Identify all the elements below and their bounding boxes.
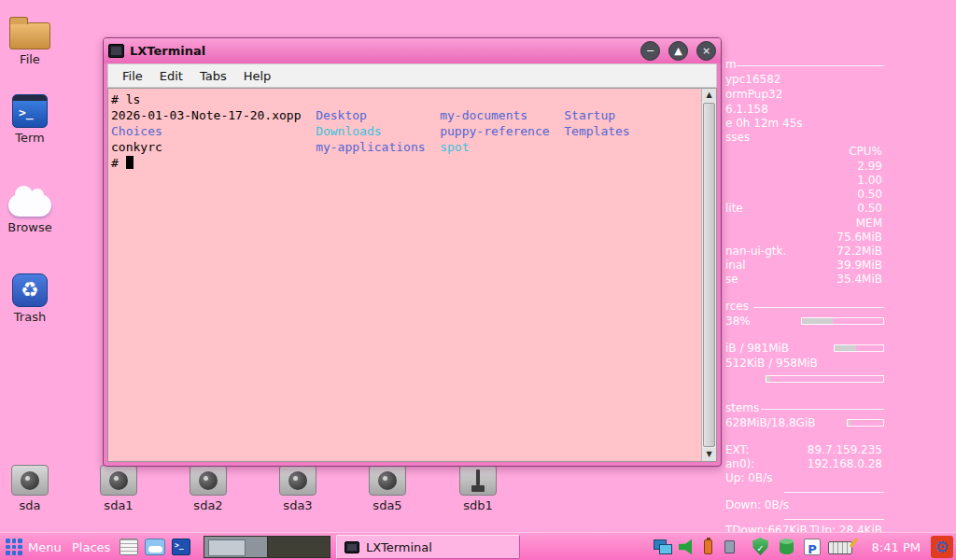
terminal-text: Startup xyxy=(564,107,615,123)
desktop-icon-browse[interactable]: Browse xyxy=(0,181,60,234)
conky-text: 512KiB / 958MiB xyxy=(725,357,818,370)
conky-text: EXT: xyxy=(725,443,750,456)
workspace-pager[interactable] xyxy=(204,536,330,558)
terminal-text: my-documents xyxy=(440,107,527,123)
conky-value: 1.00 xyxy=(857,174,882,187)
conky-bar xyxy=(847,419,884,427)
conky-text: lite xyxy=(725,202,743,215)
media-tray-icon[interactable] xyxy=(724,540,735,553)
maximize-button[interactable]: ▲ xyxy=(668,41,688,61)
conky-text: 38% xyxy=(725,315,751,328)
drive-label: sda1 xyxy=(89,498,148,512)
desktop-icon-label: File xyxy=(0,52,60,66)
keyboard-tray-icon[interactable] xyxy=(828,541,852,554)
menu-grid-icon[interactable] xyxy=(6,539,22,555)
drive-icon-sda[interactable]: sda xyxy=(0,465,60,512)
volume-tray-icon[interactable] xyxy=(679,539,696,555)
close-button[interactable]: × xyxy=(696,41,716,61)
usb-stick-tray-icon[interactable] xyxy=(704,539,712,554)
menu-edit[interactable]: Edit xyxy=(151,66,191,86)
conky-line: rces xyxy=(724,300,884,314)
settings-gear-icon[interactable]: ⚙ xyxy=(931,536,953,558)
conky-rule xyxy=(737,65,884,66)
drive-icon-sdb1[interactable]: sdb1 xyxy=(448,465,508,512)
conky-value: 35.4MiB xyxy=(836,273,882,286)
desktop-icon-trash[interactable]: ♻ Trash xyxy=(0,271,60,324)
conky-line: e 0h 12m 45s xyxy=(724,117,884,131)
terminal-menubar: FileEditTabsHelp xyxy=(107,63,717,88)
scrollbar-thumb[interactable] xyxy=(703,103,715,447)
window-titlebar[interactable]: LXTerminal −▲× xyxy=(104,38,721,63)
parcellite-glyph: P xyxy=(808,542,817,556)
conky-text: inal xyxy=(725,259,746,272)
desktop-icon-file[interactable]: File xyxy=(0,13,60,66)
conky-text: sses xyxy=(725,131,750,144)
drive-icon-sda3[interactable]: sda3 xyxy=(268,465,328,512)
workspace-1[interactable] xyxy=(204,537,267,557)
conky-text: Down: 0B/s xyxy=(725,498,789,511)
conky-value: MEM xyxy=(856,217,882,230)
scroll-up-icon[interactable]: ▲ xyxy=(702,89,716,102)
notes-launcher-icon[interactable] xyxy=(120,539,138,555)
terminal-line: # ls xyxy=(111,91,699,107)
terminal-text: spot xyxy=(440,139,469,155)
conky-line: 628MiB/18.8GiB xyxy=(724,416,884,430)
conky-line: 75.6MiB xyxy=(724,231,884,245)
conky-monitor: mypc16582ormPup326.1.158e 0h 12m 45ssses… xyxy=(724,54,884,532)
desktop-icon-term[interactable]: Term xyxy=(0,91,60,145)
scroll-down-icon[interactable]: ▼ xyxy=(702,448,716,461)
conky-line: iB / 981MiB xyxy=(724,342,884,356)
conky-value: 89.7.159.235 xyxy=(808,443,882,456)
conky-line: 6.1.158 xyxy=(724,103,884,117)
minimize-button[interactable]: − xyxy=(640,41,660,61)
desktop-icon-label: Browse xyxy=(0,220,60,234)
folder-icon xyxy=(9,22,50,49)
clock[interactable]: 8:41 PM xyxy=(872,540,921,554)
conky-line: EXT:89.7.159.235 xyxy=(724,443,884,457)
conky-rule xyxy=(753,307,884,308)
conky-line: sses xyxy=(724,131,884,145)
database-tray-icon[interactable] xyxy=(780,539,794,554)
terminal-launcher-icon[interactable] xyxy=(172,539,190,555)
conky-line: inal39.9MiB xyxy=(724,259,884,273)
menu-help[interactable]: Help xyxy=(235,66,280,86)
conky-bar xyxy=(801,317,884,325)
menu-file[interactable]: File xyxy=(114,66,151,86)
conky-line xyxy=(724,372,884,386)
terminal-content[interactable]: # ls2026-01-03-Note-17-20.xoppDesktopmy-… xyxy=(107,88,717,462)
recycle-icon: ♻ xyxy=(12,273,48,307)
shield-tray-icon[interactable] xyxy=(752,538,768,555)
disk-drive-icon xyxy=(190,465,227,496)
conky-line xyxy=(724,484,884,498)
drive-label: sda xyxy=(0,498,60,512)
conky-value: 192.168.0.28 xyxy=(808,457,882,470)
conky-value: 0.50 xyxy=(857,202,882,215)
conky-line: Up: 0B/s xyxy=(724,471,884,485)
browser-launcher-icon[interactable] xyxy=(145,539,165,555)
menu-button[interactable]: Menu xyxy=(28,540,62,554)
scrollbar[interactable]: ▲ ▼ xyxy=(701,89,716,461)
terminal-cursor xyxy=(126,156,134,169)
conky-line: an0):192.168.0.28 xyxy=(724,457,884,471)
drive-icon-sda1[interactable]: sda1 xyxy=(89,465,148,512)
drive-label: sda3 xyxy=(268,498,328,512)
drive-icons-row: sdasda1sda2sda3sda5sdb1 xyxy=(0,465,523,521)
parcellite-tray-icon[interactable]: P xyxy=(804,539,821,555)
conky-line: ormPup32 xyxy=(724,88,884,102)
places-button[interactable]: Places xyxy=(72,540,110,554)
desktop-icon-label: Term xyxy=(0,131,60,145)
drive-label: sda5 xyxy=(358,498,417,512)
menu-tabs[interactable]: Tabs xyxy=(191,66,235,86)
workspace-2[interactable] xyxy=(267,537,330,557)
conky-line: stems xyxy=(724,401,884,415)
conky-value: CPU% xyxy=(849,145,882,158)
conky-text: ormPup32 xyxy=(725,88,782,101)
drive-icon-sda5[interactable]: sda5 xyxy=(358,465,417,512)
conky-line: 2.99 xyxy=(724,160,884,174)
window-title: LXTerminal xyxy=(130,44,205,58)
drive-icon-sda2[interactable]: sda2 xyxy=(178,465,238,512)
conky-text: Up: 0B/s xyxy=(725,471,772,484)
conky-value: 72.2MiB xyxy=(836,245,882,258)
task-button-lxterminal[interactable]: LXTerminal xyxy=(336,535,520,559)
network-tray-icon[interactable] xyxy=(654,539,672,554)
